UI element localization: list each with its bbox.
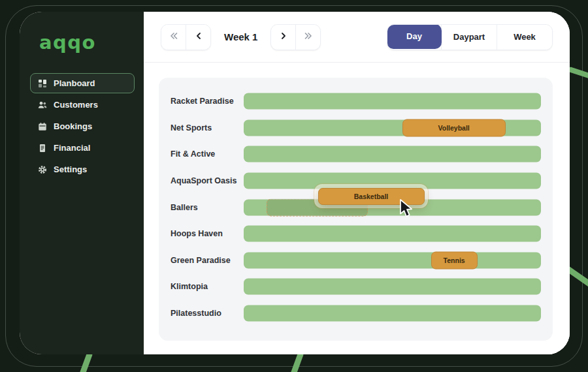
sidebar-item-label: Customers: [54, 100, 98, 110]
dragged-booking[interactable]: Basketball: [318, 188, 425, 205]
period-navigation: Week 1: [161, 24, 321, 50]
nav-back-group: [161, 24, 211, 50]
sidebar-item-customers[interactable]: Customers: [30, 95, 135, 115]
resource-name: Racket Paradise: [171, 97, 244, 106]
toolbar: Week 1: [144, 12, 570, 63]
content-area: Racket ParadiseNet SportsVolleyballFit &…: [144, 63, 570, 354]
resource-name: Ballers: [171, 203, 244, 212]
next-week-button[interactable]: [271, 25, 295, 50]
nav-forward-group: [270, 24, 321, 50]
planboard-row: Fit & Active: [159, 141, 553, 168]
row-track: [244, 273, 541, 300]
availability-bar[interactable]: [244, 305, 541, 322]
sidebar-item-settings[interactable]: Settings: [30, 159, 135, 179]
availability-bar[interactable]: [244, 146, 541, 163]
resource-name: Net Sports: [171, 123, 244, 132]
row-track: [244, 141, 541, 168]
availability-bar[interactable]: [244, 252, 541, 268]
last-week-button[interactable]: [295, 25, 320, 50]
period-label: Week 1: [224, 31, 257, 42]
view-day-button[interactable]: Day: [387, 24, 442, 49]
kanban-icon: [37, 78, 47, 88]
view-week-button[interactable]: Week: [497, 25, 552, 50]
row-track: Tennis: [244, 247, 541, 274]
view-daypart-button[interactable]: Daypart: [441, 25, 497, 50]
sidebar-item-label: Bookings: [54, 121, 92, 131]
drag-ghost[interactable]: Basketball: [314, 184, 428, 208]
first-week-button[interactable]: [161, 25, 186, 50]
chevron-left-icon: [195, 31, 203, 43]
planboard-row: Net SportsVolleyball: [159, 115, 553, 142]
chevron-right-icon: [280, 31, 287, 43]
main-area: Week 1: [144, 12, 570, 354]
planboard-row: Racket Paradise: [159, 88, 553, 115]
users-icon: [37, 100, 47, 110]
planboard-row: Hoops Haven: [159, 221, 553, 247]
planboard-panel: Racket ParadiseNet SportsVolleyballFit &…: [159, 78, 553, 341]
sidebar-item-financial[interactable]: Financial: [30, 138, 135, 158]
chevrons-right-icon: [303, 31, 314, 43]
resource-name: AquaSport Oasis: [171, 176, 244, 185]
app-window: aqqo Planboard: [20, 12, 570, 354]
sidebar-item-label: Financial: [54, 143, 90, 153]
sidebar-nav: Planboard Customers: [30, 73, 135, 179]
chevrons-left-icon: [169, 31, 179, 43]
sidebar-item-planboard[interactable]: Planboard: [30, 73, 135, 93]
planboard-row: Klimtopia: [159, 273, 553, 300]
booking-block[interactable]: Volleyball: [402, 119, 506, 136]
calendar-icon: [37, 121, 47, 131]
resource-name: Green Paradise: [171, 256, 244, 265]
sidebar-item-label: Settings: [54, 164, 87, 174]
resource-name: Fit & Active: [171, 149, 244, 159]
sidebar-item-label: Planboard: [54, 78, 95, 88]
resource-name: Pilatesstudio: [171, 309, 244, 318]
view-toggle: Day Daypart Week: [387, 24, 553, 50]
invoice-icon: [37, 143, 47, 153]
resource-name: Klimtopia: [171, 282, 244, 291]
row-track: [244, 300, 541, 327]
sidebar-item-bookings[interactable]: Bookings: [30, 116, 135, 136]
planboard-row: Pilatesstudio: [159, 300, 553, 327]
availability-bar[interactable]: [244, 279, 541, 295]
planboard-row: Green ParadiseTennis: [159, 247, 553, 274]
availability-bar[interactable]: [244, 93, 541, 110]
gear-icon: [37, 164, 47, 174]
row-track: [244, 88, 541, 115]
resource-name: Hoops Haven: [171, 229, 244, 238]
booking-block[interactable]: Tennis: [431, 251, 478, 269]
previous-week-button[interactable]: [186, 25, 210, 50]
decor-diagonal-line: [290, 352, 304, 372]
sidebar: aqqo Planboard: [20, 12, 144, 354]
row-track: [244, 221, 541, 247]
row-track: Volleyball: [244, 115, 541, 142]
app-logo: aqqo: [39, 31, 144, 54]
decor-diagonal-line: [79, 352, 93, 372]
decor-diagonal-line: [568, 67, 588, 79]
availability-bar[interactable]: [244, 226, 541, 242]
